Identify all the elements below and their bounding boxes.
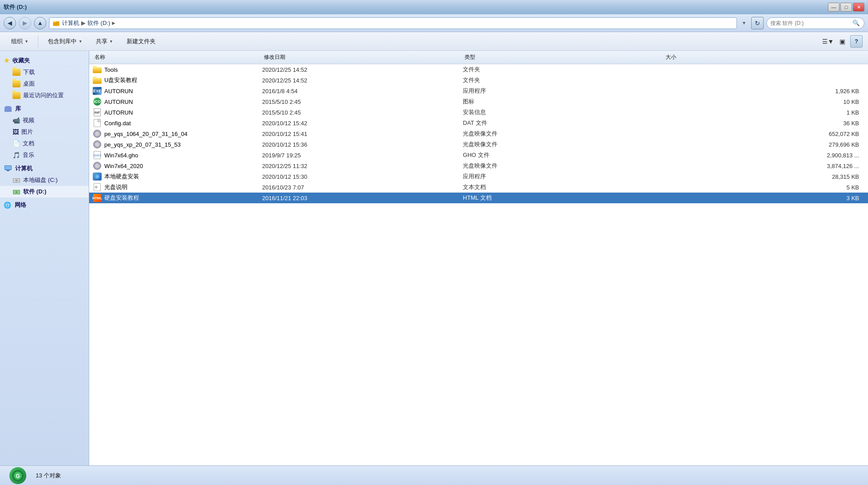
view-dropdown-button[interactable]: ☰▼ xyxy=(822,35,834,48)
include-library-button[interactable]: 包含到库中 ▼ xyxy=(42,34,88,49)
up-button[interactable]: ▲ xyxy=(34,17,46,29)
file-name-cell: Win7x64_2020 xyxy=(93,162,262,170)
sidebar-item-pictures[interactable]: 🖼 图片 xyxy=(0,126,89,138)
sidebar-item-music[interactable]: 🎵 音乐 xyxy=(0,149,89,161)
table-row[interactable]: Tools 2020/12/25 14:52 文件夹 xyxy=(89,64,868,75)
file-icon: GHO xyxy=(93,151,102,159)
sidebar-item-documents[interactable]: 📄 文档 xyxy=(0,138,89,149)
status-bar: G 13 个对象 xyxy=(0,465,868,485)
search-input[interactable] xyxy=(770,20,850,26)
file-date: 2016/11/21 22:03 xyxy=(262,195,463,201)
table-row[interactable]: pe_yqs_1064_20_07_31_16_04 2020/10/12 15… xyxy=(89,128,868,139)
content-area: 名称 修改日期 类型 大小 Tools 2020/12/25 14:52 文件夹… xyxy=(89,51,868,465)
col-type[interactable]: 类型 xyxy=(463,53,663,62)
file-size: 3,874,126 ... xyxy=(664,163,864,169)
sidebar-computer-header[interactable]: 计算机 xyxy=(0,163,89,174)
table-row[interactable]: U盘安装教程 2020/12/25 14:52 文件夹 xyxy=(89,75,868,86)
file-name-cell: GHO Win7x64.gho xyxy=(93,151,262,159)
documents-label: 文档 xyxy=(23,140,34,148)
sidebar-section-favorites: ★ 收藏夹 下载 桌面 最近访问的位置 xyxy=(0,54,89,101)
file-name-cell: 光盘说明 xyxy=(93,183,262,191)
table-row[interactable]: INF AUTORUN 2015/5/10 2:45 安装信息 1 KB xyxy=(89,107,868,118)
table-row[interactable]: pe_yqs_xp_20_07_31_15_53 2020/10/12 15:3… xyxy=(89,139,868,150)
sidebar-item-video[interactable]: 📹 视频 xyxy=(0,115,89,126)
col-size[interactable]: 大小 xyxy=(664,53,864,62)
sidebar-item-drive-c[interactable]: 本地磁盘 (C:) xyxy=(0,174,89,186)
file-name: Win7x64.gho xyxy=(104,152,138,159)
sidebar-favorites-header[interactable]: ★ 收藏夹 xyxy=(0,54,89,66)
file-type: 光盘映像文件 xyxy=(463,162,663,170)
file-date: 2020/10/12 15:30 xyxy=(262,173,463,180)
file-type: 文件夹 xyxy=(463,76,663,84)
desktop-label: 桌面 xyxy=(23,80,35,88)
file-date: 2020/12/25 11:32 xyxy=(262,163,463,169)
search-box[interactable]: 🔍 xyxy=(766,17,864,29)
file-date: 2015/5/10 2:45 xyxy=(262,109,463,116)
video-icon: 📹 xyxy=(12,117,20,124)
file-name: U盘安装教程 xyxy=(104,76,137,84)
minimize-button[interactable]: — xyxy=(828,3,839,12)
file-type: 光盘映像文件 xyxy=(463,140,663,148)
file-icon xyxy=(93,119,102,127)
sidebar-item-drive-d[interactable]: 软件 (D:) xyxy=(0,186,89,197)
forward-button[interactable]: ▶ xyxy=(19,17,31,29)
organize-button[interactable]: 组织 ▼ xyxy=(5,34,34,49)
address-breadcrumb[interactable]: 计算机 ▶ 软件 (D:) ▶ xyxy=(49,17,737,29)
svg-rect-2 xyxy=(4,107,12,112)
table-row[interactable]: Config.dat 2020/10/12 15:42 DAT 文件 36 KB xyxy=(89,118,868,128)
file-icon xyxy=(93,162,102,170)
file-icon: EXE xyxy=(93,87,102,95)
main-area: ★ 收藏夹 下载 桌面 最近访问的位置 xyxy=(0,51,868,465)
address-dropdown-button[interactable]: ▼ xyxy=(740,17,749,29)
col-name[interactable]: 名称 xyxy=(93,53,262,62)
file-name-cell: ICO AUTORUN xyxy=(93,98,262,106)
close-button[interactable]: ✕ xyxy=(853,3,864,12)
file-type: 应用程序 xyxy=(463,173,663,181)
table-row[interactable]: HTML 硬盘安装教程 2016/11/21 22:03 HTML 文档 3 K… xyxy=(89,193,868,203)
sidebar-network-header[interactable]: 🌐 网络 xyxy=(0,199,89,211)
preview-pane-button[interactable]: ▣ xyxy=(836,35,848,48)
file-name: AUTORUN xyxy=(104,109,133,116)
file-date: 2020/10/12 15:36 xyxy=(262,141,463,148)
search-button[interactable]: 🔍 xyxy=(852,19,860,28)
svg-rect-5 xyxy=(5,166,11,169)
computer-icon xyxy=(4,165,12,172)
file-size: 2,900,813 ... xyxy=(664,152,864,159)
file-icon: HTML xyxy=(93,194,102,202)
sidebar-library-header[interactable]: 库 xyxy=(0,103,89,115)
toolbar-right: ☰▼ ▣ ? xyxy=(822,35,863,48)
file-date: 2020/10/12 15:41 xyxy=(262,131,463,137)
sidebar-item-downloads[interactable]: 下载 xyxy=(0,66,89,78)
file-name-cell: pe_yqs_xp_20_07_31_15_53 xyxy=(93,140,262,148)
file-name-cell: pe_yqs_1064_20_07_31_16_04 xyxy=(93,130,262,138)
address-part-computer[interactable]: 计算机 xyxy=(62,19,79,27)
new-folder-button[interactable]: 新建文件夹 xyxy=(121,34,161,49)
drive-c-label: 本地磁盘 (C:) xyxy=(23,176,58,184)
network-icon: 🌐 xyxy=(4,201,11,209)
share-arrow: ▼ xyxy=(109,39,113,44)
file-name-cell: Config.dat xyxy=(93,119,262,127)
col-date[interactable]: 修改日期 xyxy=(262,53,463,62)
drive-d-label: 软件 (D:) xyxy=(23,188,46,196)
svg-text:G: G xyxy=(16,473,20,479)
table-row[interactable]: 本地硬盘安装 2020/10/12 15:30 应用程序 28,315 KB xyxy=(89,171,868,182)
file-date: 2019/9/7 19:25 xyxy=(262,152,463,159)
file-type: 应用程序 xyxy=(463,87,663,95)
sidebar-item-desktop[interactable]: 桌面 xyxy=(0,78,89,90)
table-row[interactable]: GHO Win7x64.gho 2019/9/7 19:25 GHO 文件 2,… xyxy=(89,150,868,160)
table-row[interactable]: 光盘说明 2016/10/23 7:07 文本文档 5 KB xyxy=(89,182,868,193)
address-part-drive[interactable]: 软件 (D:) xyxy=(87,19,110,27)
pictures-label: 图片 xyxy=(21,128,33,136)
back-button[interactable]: ◀ xyxy=(4,17,16,29)
network-label: 网络 xyxy=(15,201,26,209)
sidebar-item-recent[interactable]: 最近访问的位置 xyxy=(0,90,89,101)
table-row[interactable]: EXE AUTORUN 2016/1/8 4:54 应用程序 1,926 KB xyxy=(89,86,868,96)
toolbar-separator-1 xyxy=(38,35,38,48)
help-button[interactable]: ? xyxy=(850,35,863,48)
share-button[interactable]: 共享 ▼ xyxy=(90,34,119,49)
refresh-button[interactable]: ↻ xyxy=(751,17,764,29)
table-row[interactable]: ICO AUTORUN 2015/5/10 2:45 图标 10 KB xyxy=(89,96,868,107)
maximize-button[interactable]: □ xyxy=(840,3,852,12)
table-row[interactable]: Win7x64_2020 2020/12/25 11:32 光盘映像文件 3,8… xyxy=(89,160,868,171)
file-icon xyxy=(93,130,102,138)
